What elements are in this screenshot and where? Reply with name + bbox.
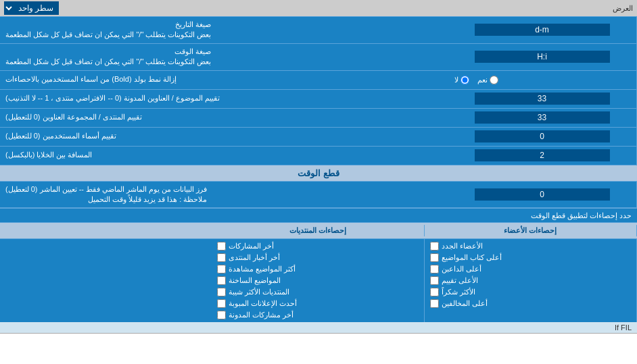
bottom-header-col3 [0, 230, 212, 232]
time-format-row: صيغة الوقت بعض التكوينات يتطلب "/" التي … [0, 44, 637, 71]
cb-hot-topics-label: المواضيع الساخنة [229, 276, 281, 285]
footer-note: If FIL [0, 322, 637, 334]
time-format-input-cell [448, 44, 637, 70]
cb-latest-classifieds-label: أحدث الإعلانات المبوبة [229, 299, 297, 308]
cb-latest-blog-posts-label: أخر مشاركات المدونة [229, 311, 293, 319]
cutoff-section-header: قطع الوقت [0, 165, 637, 182]
cb-latest-news-label: أخر أخبار المنتدى [229, 253, 280, 262]
cell-spacing-row: المسافة بين الخلايا (بالبكسل) [0, 147, 637, 165]
cb-most-viewed: أكثر المواضيع مشاهدة [212, 263, 423, 275]
date-format-input-cell [448, 17, 637, 43]
stats-limit-row: حدد إحصاءات لتطبيق قطع الوقت [0, 208, 637, 223]
cb-new-members: الأعضاء الجدد [425, 240, 636, 252]
cb-new-members-input[interactable] [430, 242, 439, 251]
topics-sort-row: تقييم الموضوع / العناوين المدونة (0 -- ا… [0, 90, 637, 109]
checkbox-col-forums: أخر المشاركات أخر أخبار المنتدى أكثر الم… [212, 239, 424, 322]
cb-latest-posts: أخر المشاركات [212, 240, 423, 252]
cutoff-value-input[interactable] [475, 188, 610, 201]
cb-most-viewed-label: أكثر المواضيع مشاهدة [229, 265, 296, 274]
users-sort-row: تقييم أسماء المستخدمين (0 للتعطيل) [0, 128, 637, 147]
cutoff-value-input-cell [448, 182, 637, 208]
display-mode-select-wrap[interactable]: سطر واحد سطرين ثلاثة أسطر [4, 1, 59, 15]
cb-latest-classifieds: أحدث الإعلانات المبوبة [212, 298, 423, 309]
bold-remove-input-cell: نعم لا [448, 71, 637, 89]
cb-most-popular-forums-input[interactable] [217, 288, 226, 296]
cb-top-violators-label: أعلى المخالفين [442, 299, 488, 308]
cb-most-thanked-label: الأكثر شكراً [442, 288, 475, 296]
cb-top-players: أعلى الداعبن [425, 263, 636, 275]
cb-most-viewed-input[interactable] [217, 265, 226, 274]
cb-top-violators-input[interactable] [430, 299, 439, 308]
forum-sort-input[interactable] [475, 111, 610, 124]
cb-latest-blog-posts: أخر مشاركات المدونة [212, 309, 423, 321]
cell-spacing-label: المسافة بين الخلايا (بالبكسل) [0, 147, 448, 165]
cb-top-players-label: أعلى الداعبن [442, 265, 481, 274]
cb-most-thanked-input[interactable] [430, 288, 439, 296]
topics-sort-input-cell [448, 90, 637, 108]
display-mode-row: العرض سطر واحد سطرين ثلاثة أسطر [0, 0, 637, 17]
cb-latest-posts-input[interactable] [217, 242, 226, 251]
bold-remove-row: نعم لا إزالة نمط بولد (Bold) من اسماء ال… [0, 71, 637, 90]
bottom-header-col2: إحصاءات المنتديات [212, 225, 424, 236]
cb-top-topic-writers: أعلى كتاب المواضيع [425, 252, 636, 263]
cb-top-topic-writers-input[interactable] [430, 253, 439, 262]
display-mode-select[interactable]: سطر واحد سطرين ثلاثة أسطر [4, 1, 59, 15]
cutoff-value-row: فرز البيانات من يوم الماشر الماضي فقط --… [0, 182, 637, 209]
date-format-input[interactable] [475, 24, 610, 36]
stats-limit-label: حدد إحصاءات لتطبيق قطع الوقت [0, 210, 637, 222]
bold-yes-radio[interactable] [490, 76, 498, 84]
checkbox-area: الأعضاء الجدد أعلى كتاب المواضيع أعلى ال… [0, 239, 637, 322]
topics-sort-label: تقييم الموضوع / العناوين المدونة (0 -- ا… [0, 90, 448, 108]
cb-top-rated-label: الأعلى تقييم [442, 276, 478, 285]
checkbox-col-members: الأعضاء الجدد أعلى كتاب المواضيع أعلى ال… [425, 239, 637, 322]
cb-latest-posts-label: أخر المشاركات [229, 242, 274, 251]
cb-most-thanked: الأكثر شكراً [425, 286, 636, 298]
cb-new-members-label: الأعضاء الجدد [442, 242, 483, 251]
bold-no-radio[interactable] [461, 76, 469, 84]
time-format-label: صيغة الوقت بعض التكوينات يتطلب "/" التي … [0, 44, 448, 70]
cb-most-popular-forums: المنتديات الأكثر شيبة [212, 286, 423, 298]
date-format-label: صيغة التاريخ بعض التكوينات يتطلب "/" الت… [0, 17, 448, 43]
cb-top-rated: الأعلى تقييم [425, 275, 636, 286]
cb-latest-blog-posts-input[interactable] [217, 311, 226, 319]
bold-no-label[interactable]: لا [454, 76, 469, 84]
cb-top-violators: أعلى المخالفين [425, 298, 636, 309]
users-sort-label: تقييم أسماء المستخدمين (0 للتعطيل) [0, 128, 448, 146]
users-sort-input-cell [448, 128, 637, 146]
time-format-input[interactable] [475, 51, 610, 63]
cb-hot-topics: المواضيع الساخنة [212, 275, 423, 286]
cb-most-popular-forums-label: المنتديات الأكثر شيبة [229, 288, 289, 296]
bottom-headers-row: إحصاءات الأعضاء إحصاءات المنتديات [0, 223, 637, 239]
display-mode-label: العرض [59, 4, 633, 13]
forum-sort-label: تقييم المنتدى / المجموعة العناوين (0 للت… [0, 109, 448, 127]
topics-sort-input[interactable] [475, 93, 610, 105]
date-format-row: صيغة التاريخ بعض التكوينات يتطلب "/" الت… [0, 17, 637, 44]
cell-spacing-input-cell [448, 147, 637, 165]
forum-sort-input-cell [448, 109, 637, 127]
cb-hot-topics-input[interactable] [217, 276, 226, 285]
cb-latest-classifieds-input[interactable] [217, 299, 226, 308]
forum-sort-row: تقييم المنتدى / المجموعة العناوين (0 للت… [0, 109, 637, 128]
cb-latest-news-input[interactable] [217, 253, 226, 262]
cb-top-topic-writers-label: أعلى كتاب المواضيع [442, 253, 502, 262]
bold-yes-label[interactable]: نعم [477, 76, 498, 84]
cb-latest-news: أخر أخبار المنتدى [212, 252, 423, 263]
cb-top-rated-input[interactable] [430, 276, 439, 285]
bottom-header-col1: إحصاءات الأعضاء [425, 225, 637, 236]
bold-remove-label: إزالة نمط بولد (Bold) من اسماء المستخدمي… [0, 71, 448, 89]
users-sort-input[interactable] [475, 130, 610, 142]
cell-spacing-input[interactable] [475, 149, 610, 161]
cutoff-value-label: فرز البيانات من يوم الماشر الماضي فقط --… [0, 182, 448, 208]
checkbox-col-empty [0, 239, 212, 322]
cb-top-players-input[interactable] [430, 265, 439, 274]
